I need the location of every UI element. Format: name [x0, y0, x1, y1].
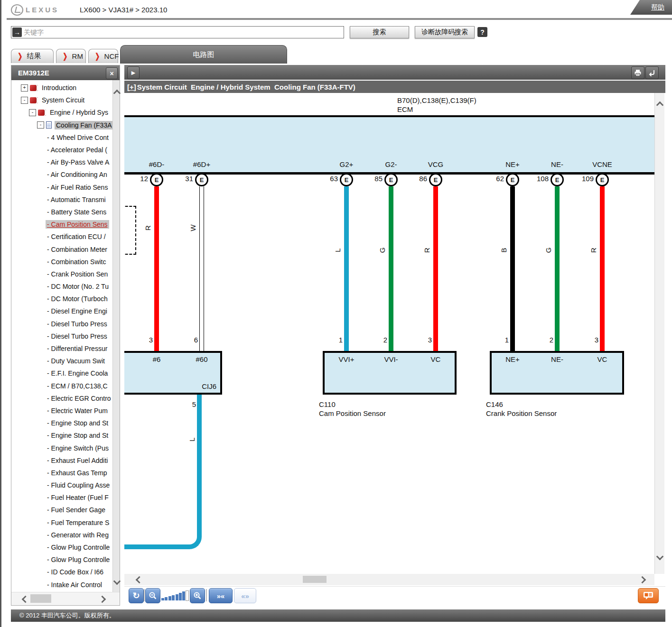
- terminal-e-badge: E: [596, 173, 609, 186]
- return-icon[interactable]: [645, 66, 659, 79]
- tree-item[interactable]: - ECM / B70,C138,C: [11, 380, 112, 392]
- tree-item[interactable]: - Exhaust Gas Temp: [11, 467, 112, 479]
- tree-item[interactable]: - Combination Switc: [11, 256, 112, 268]
- tree-item[interactable]: - Diesel Turbo Press: [11, 318, 112, 330]
- zoom-level-bar[interactable]: [172, 595, 175, 600]
- sidebar-vertical-scrollbar[interactable]: [112, 80, 120, 592]
- tree-item[interactable]: - Engine Stop and St: [11, 417, 112, 429]
- search-input[interactable]: [22, 28, 344, 36]
- tree-item[interactable]: - Duty Vacuum Swit: [11, 355, 112, 367]
- tree-item[interactable]: - Electric EGR Contro: [11, 392, 112, 405]
- tree-item[interactable]: - Cam Position Sens: [11, 218, 112, 231]
- tree-item[interactable]: - Combination Meter: [11, 243, 112, 255]
- tree-item[interactable]: - Engine Switch (Pus: [11, 442, 112, 454]
- scroll-right-icon[interactable]: [639, 576, 646, 584]
- tab-results[interactable]: ❯结果: [11, 49, 54, 63]
- tree-item[interactable]: - Exhaust Fuel Additi: [11, 454, 112, 467]
- search-button[interactable]: 搜索: [350, 26, 409, 38]
- tree-item[interactable]: - Differential Pressur: [11, 342, 112, 355]
- comment-icon[interactable]: [638, 588, 659, 603]
- tree-item[interactable]: - Air By-Pass Valve A: [11, 156, 112, 168]
- zoom-level-bar[interactable]: [179, 593, 182, 600]
- zoom-in-icon[interactable]: [190, 588, 205, 603]
- scroll-left-icon[interactable]: [22, 596, 29, 603]
- tree-item[interactable]: -Cooling Fan (F33A: [11, 119, 112, 131]
- tree-item[interactable]: - Fuel Heater (Fuel F: [11, 491, 112, 504]
- scroll-left-icon[interactable]: [136, 576, 143, 584]
- tree-item[interactable]: - Intake Air Control: [11, 579, 112, 591]
- scrollbar-thumb[interactable]: [30, 594, 51, 603]
- tree-item[interactable]: - Fluid Coupling Asse: [11, 479, 112, 491]
- tree-item[interactable]: - Generator with Reg: [11, 529, 112, 541]
- sidebar-horizontal-scrollbar[interactable]: [11, 592, 120, 605]
- tree-item[interactable]: - Air Conditioning An: [11, 168, 112, 181]
- tree-item[interactable]: - DC Motor (No. 2 Tu: [11, 280, 112, 293]
- tree-item[interactable]: - ID Code Box / I66: [11, 566, 112, 578]
- diagram-vertical-scrollbar[interactable]: [654, 93, 664, 574]
- zoom-level-bar[interactable]: [176, 594, 178, 600]
- expand-title-link[interactable]: [+]: [127, 83, 136, 91]
- tree-item[interactable]: +Introduction: [11, 82, 112, 94]
- fit-width-icon[interactable]: »«: [209, 588, 233, 603]
- tab-rm[interactable]: ❯RM: [56, 49, 86, 63]
- dtc-search-button[interactable]: 诊断故障码搜索: [415, 26, 475, 38]
- book-icon: [38, 110, 46, 116]
- tree-item[interactable]: - Diesel Engine Engi: [11, 305, 112, 317]
- tab-ncf[interactable]: ❯NCF: [88, 49, 118, 63]
- tree-item[interactable]: - Automatic Transmi: [11, 194, 112, 206]
- tab-wiring-diagram[interactable]: 电路图: [120, 45, 287, 64]
- tree-item[interactable]: -System Circuit: [11, 94, 112, 106]
- tree-item[interactable]: - 4 Wheel Drive Cont: [11, 131, 112, 144]
- collapse-icon[interactable]: -: [37, 121, 44, 129]
- connector-pin-number: 6: [182, 336, 198, 344]
- tree-item[interactable]: - Glow Plug Controlle: [11, 541, 112, 553]
- tree-item[interactable]: - Diesel Turbo Press: [11, 330, 112, 342]
- ecm-pin-name: #6D-: [135, 160, 178, 168]
- tree-item[interactable]: - Fuel Sender Gage: [11, 504, 112, 516]
- scrollbar-thumb[interactable]: [303, 576, 327, 583]
- copyright-text: © 2012 丰田汽车公司。版权所有。: [19, 611, 115, 620]
- scroll-down-icon[interactable]: [113, 578, 121, 585]
- help-button[interactable]: 帮助: [630, 0, 672, 15]
- ecm-pin-number: 62: [485, 175, 504, 183]
- expand-icon[interactable]: +: [21, 84, 28, 92]
- collapse-icon[interactable]: -: [21, 97, 28, 104]
- tree-item[interactable]: - DC Motor (Turboch: [11, 293, 112, 305]
- scroll-up-icon[interactable]: [656, 101, 664, 109]
- collapse-icon[interactable]: -: [29, 109, 36, 116]
- tree-item[interactable]: - Fuel Temperature S: [11, 516, 112, 529]
- tree-item[interactable]: - Battery State Sens: [11, 206, 112, 218]
- fit-page-icon[interactable]: «»: [234, 588, 256, 603]
- tree-item[interactable]: - Glow Plug Controlle: [11, 553, 112, 566]
- lexus-logo: LEXUS: [10, 3, 66, 17]
- scroll-right-icon[interactable]: [99, 596, 106, 603]
- tree-item[interactable]: - Air Fuel Ratio Sens: [11, 181, 112, 194]
- connector-pin-name: VVI-: [370, 355, 412, 363]
- tree-item[interactable]: - Accelerator Pedal (: [11, 144, 112, 156]
- tree-item[interactable]: - Engine Stop and St: [11, 429, 112, 442]
- scroll-up-icon[interactable]: [113, 90, 121, 97]
- close-icon[interactable]: ×: [106, 67, 118, 79]
- tree-item[interactable]: - Certification ECU /: [11, 231, 112, 243]
- zoom-level-bar[interactable]: [161, 598, 164, 600]
- print-icon[interactable]: [631, 66, 644, 79]
- zoom-level-bar[interactable]: [168, 596, 171, 600]
- tree-item[interactable]: - Crank Position Sen: [11, 268, 112, 280]
- book-icon: [30, 85, 38, 91]
- keyword-search-box: →: [11, 26, 344, 38]
- wire: [555, 186, 560, 351]
- tree-item[interactable]: - E.F.I. Engine Coola: [11, 367, 112, 379]
- expand-panel-icon[interactable]: ▶: [127, 66, 140, 79]
- go-arrow-icon[interactable]: →: [12, 28, 22, 37]
- zoom-level-bar[interactable]: [165, 597, 168, 600]
- zoom-out-icon[interactable]: [145, 588, 160, 603]
- scroll-down-icon[interactable]: [656, 553, 664, 561]
- refresh-icon[interactable]: ↻: [129, 588, 144, 603]
- help-question-icon[interactable]: ?: [477, 27, 487, 37]
- ecm-pin-name: VCNE: [581, 160, 624, 168]
- tree-item[interactable]: -Engine / Hybrid Sys: [11, 106, 112, 119]
- tree-item[interactable]: - Electric Water Pum: [11, 405, 112, 417]
- zoom-level-indicator[interactable]: [186, 590, 189, 601]
- diagram-horizontal-scrollbar[interactable]: [124, 574, 654, 585]
- zoom-level-bar[interactable]: [182, 591, 185, 600]
